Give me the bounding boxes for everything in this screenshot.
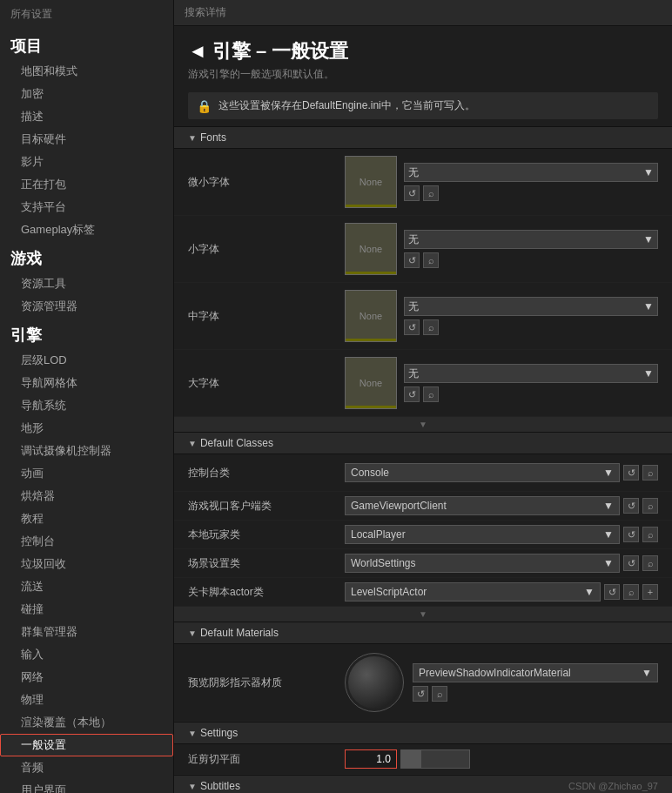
default-materials-header[interactable]: ▼ Default Materials xyxy=(174,622,672,644)
class-dropdown-localplayer[interactable]: LocalPlayer ▼ xyxy=(345,525,620,544)
font-reset-medium[interactable]: ↺ xyxy=(404,319,420,335)
class-dropdown-viewport[interactable]: GameViewportClient ▼ xyxy=(345,496,620,515)
sidebar-item-maps[interactable]: 地图和模式 xyxy=(0,60,173,83)
font-reset-large[interactable]: ↺ xyxy=(404,386,420,402)
class-reset-console[interactable]: ↺ xyxy=(623,465,639,481)
sidebar-item-asset-manager[interactable]: 资源管理器 xyxy=(0,295,173,318)
subtitles-header[interactable]: ▼ Subtitles CSDN @Zhichao_97 xyxy=(174,775,672,793)
sidebar-header-game: 游戏 xyxy=(0,241,173,272)
font-dropdown-large[interactable]: 无 ▼ xyxy=(404,364,658,383)
sidebar-item-target-hardware[interactable]: 目标硬件 xyxy=(0,128,173,151)
font-thumb-small[interactable]: None xyxy=(345,223,397,275)
font-search-large[interactable]: ⌕ xyxy=(423,386,439,402)
font-thumb-medium[interactable]: None xyxy=(345,290,397,342)
class-search-worldsettings[interactable]: ⌕ xyxy=(642,555,658,571)
dropdown-arrow-medium: ▼ xyxy=(643,300,654,312)
font-thumb-tiny[interactable]: None xyxy=(345,156,397,208)
sidebar-item-cluster-manager[interactable]: 群集管理器 xyxy=(0,621,173,643)
class-search-levelscript[interactable]: ⌕ xyxy=(623,584,639,600)
material-thumb-shadow[interactable] xyxy=(345,653,404,712)
sidebar-item-asset-tools[interactable]: 资源工具 xyxy=(0,272,173,295)
sidebar-item-collision[interactable]: 碰撞 xyxy=(0,598,173,621)
sidebar-item-input[interactable]: 输入 xyxy=(0,643,173,666)
fonts-section-header[interactable]: ▼ Fonts xyxy=(174,126,672,149)
sidebar-item-description[interactable]: 描述 xyxy=(0,105,173,128)
sidebar-item-movies[interactable]: 影片 xyxy=(0,151,173,173)
font-search-tiny[interactable]: ⌕ xyxy=(423,185,439,201)
class-search-viewport[interactable]: ⌕ xyxy=(642,498,658,514)
default-classes-section: ▼ Default Classes 控制台类 Console ▼ ↺ ⌕ 游戏视… xyxy=(174,432,672,622)
class-reset-localplayer[interactable]: ↺ xyxy=(623,527,639,542)
search-bar[interactable]: 搜索详情 xyxy=(174,0,672,26)
font-row-small: 小字体 None 无 ▼ ↺ ⌕ xyxy=(174,216,672,283)
sidebar-item-network[interactable]: 网络 xyxy=(0,666,173,689)
sidebar-item-navmesh[interactable]: 导航网格体 xyxy=(0,372,173,394)
content-area[interactable]: ◄ 引擎 – 一般设置 游戏引擎的一般选项和默认值。 🔒 这些设置被保存在Def… xyxy=(174,26,672,793)
sidebar-item-tutorials[interactable]: 教程 xyxy=(0,507,173,530)
settings-label: Settings xyxy=(200,727,238,739)
font-row-tiny: 微小字体 None 无 ▼ ↺ ⌕ xyxy=(174,149,672,216)
sidebar-item-gc[interactable]: 垃圾回收 xyxy=(0,553,173,575)
sidebar-item-streaming[interactable]: 流送 xyxy=(0,575,173,598)
sidebar-item-render-override[interactable]: 渲染覆盖（本地） xyxy=(0,711,173,734)
class-dropdown-worldsettings[interactable]: WorldSettings ▼ xyxy=(345,554,620,573)
class-row-worldsettings: 场景设置类 WorldSettings ▼ ↺ ⌕ xyxy=(174,549,672,578)
sidebar-item-physics[interactable]: 物理 xyxy=(0,689,173,711)
class-control-levelscript: LevelScriptActor ▼ ↺ ⌕ + xyxy=(345,582,658,601)
font-reset-small[interactable]: ↺ xyxy=(404,252,420,268)
class-control-console: Console ▼ ↺ ⌕ xyxy=(345,463,658,482)
nearclip-slider[interactable] xyxy=(400,749,470,769)
font-dropdown-small[interactable]: 无 ▼ xyxy=(404,230,658,249)
sidebar-item-lod[interactable]: 层级LOD xyxy=(0,349,173,372)
material-search-shadow[interactable]: ⌕ xyxy=(432,686,447,702)
page-subtitle: 游戏引擎的一般选项和默认值。 xyxy=(188,67,658,82)
class-add-levelscript[interactable]: + xyxy=(642,584,658,600)
sidebar-item-gameplay-tags[interactable]: Gameplay标签 xyxy=(0,218,173,241)
fonts-section-label: Fonts xyxy=(200,131,226,144)
sidebar-item-console[interactable]: 控制台 xyxy=(0,530,173,553)
slider-fill xyxy=(401,750,421,768)
main-content: 搜索详情 ◄ 引擎 – 一般设置 游戏引擎的一般选项和默认值。 🔒 这些设置被保… xyxy=(174,0,672,793)
sidebar-item-platforms[interactable]: 支持平台 xyxy=(0,196,173,218)
settings-row-nearclip: 近剪切平面 xyxy=(174,744,672,775)
font-dropdown-tiny[interactable]: 无 ▼ xyxy=(404,163,658,182)
class-reset-worldsettings[interactable]: ↺ xyxy=(623,555,639,571)
class-search-localplayer[interactable]: ⌕ xyxy=(642,527,658,542)
material-dropdown-shadow[interactable]: PreviewShadowIndicatorMaterial ▼ xyxy=(413,663,658,682)
font-thumb-large[interactable]: None xyxy=(345,357,397,409)
font-dropdown-medium[interactable]: 无 ▼ xyxy=(404,297,658,316)
sidebar-item-nav-system[interactable]: 导航系统 xyxy=(0,394,173,417)
sidebar-all-settings[interactable]: 所有设置 xyxy=(0,0,173,29)
settings-header[interactable]: ▼ Settings xyxy=(174,722,672,744)
class-reset-viewport[interactable]: ↺ xyxy=(623,498,639,514)
class-dropdown-levelscript[interactable]: LevelScriptActor ▼ xyxy=(345,582,601,601)
sidebar-item-audio[interactable]: 音频 xyxy=(0,756,173,779)
font-search-small[interactable]: ⌕ xyxy=(423,252,439,268)
sidebar-item-terrain[interactable]: 地形 xyxy=(0,417,173,440)
classes-collapse-icon: ▼ xyxy=(188,439,197,448)
class-reset-levelscript[interactable]: ↺ xyxy=(604,584,620,600)
default-materials-label: Default Materials xyxy=(200,627,279,639)
font-reset-tiny[interactable]: ↺ xyxy=(404,185,420,201)
class-control-localplayer: LocalPlayer ▼ ↺ ⌕ xyxy=(345,525,658,544)
nearclip-input[interactable] xyxy=(345,749,397,769)
class-search-console[interactable]: ⌕ xyxy=(642,465,658,481)
font-search-medium[interactable]: ⌕ xyxy=(423,319,439,335)
font-label-medium: 中字体 xyxy=(188,309,345,324)
sidebar-item-general-settings[interactable]: 一般设置 xyxy=(0,734,173,756)
sidebar-item-encryption[interactable]: 加密 xyxy=(0,83,173,105)
material-reset-shadow[interactable]: ↺ xyxy=(413,686,428,702)
page-header: ◄ 引擎 – 一般设置 游戏引擎的一般选项和默认值。 xyxy=(174,26,672,85)
sidebar-item-ui[interactable]: 用户界面 xyxy=(0,779,173,793)
default-classes-header[interactable]: ▼ Default Classes xyxy=(174,432,672,454)
sidebar-item-packaging[interactable]: 正在打包 xyxy=(0,173,173,196)
class-dropdown-console[interactable]: Console ▼ xyxy=(345,463,620,482)
nearclip-input-wrapper xyxy=(345,749,470,769)
lock-icon: 🔒 xyxy=(197,99,212,113)
sidebar-item-animation[interactable]: 动画 xyxy=(0,462,173,485)
subtitles-collapse-icon: ▼ xyxy=(188,782,197,791)
sidebar-item-debug-camera[interactable]: 调试摄像机控制器 xyxy=(0,440,173,462)
sidebar-item-baking[interactable]: 烘焙器 xyxy=(0,485,173,507)
class-row-console: 控制台类 Console ▼ ↺ ⌕ xyxy=(174,454,672,492)
settings-section: ▼ Settings 近剪切平面 xyxy=(174,722,672,775)
